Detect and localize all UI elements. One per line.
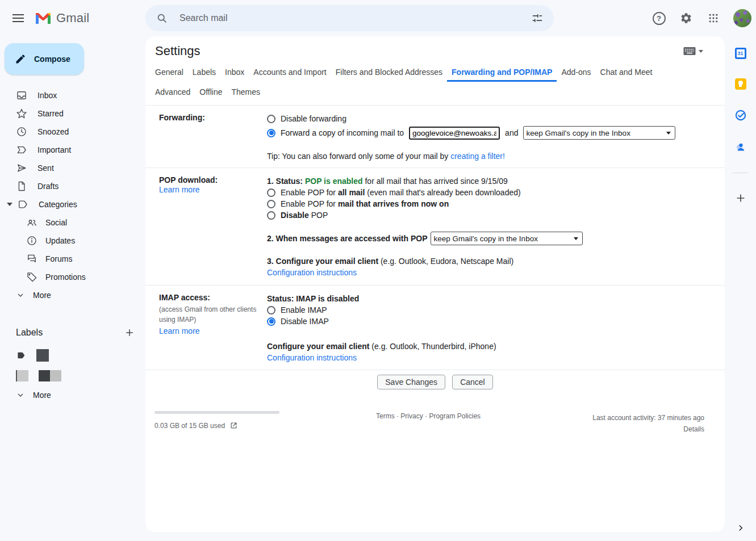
settings-buttons: Save Changes Cancel [145, 370, 725, 392]
forwarding-action-select-wrap[interactable]: keep Gmail's copy in the Inbox [523, 126, 675, 140]
tab-offline[interactable]: Offline [195, 82, 227, 102]
people-icon [26, 217, 37, 228]
sidebar-item-label: More [33, 291, 51, 300]
help-icon[interactable]: ? [647, 6, 671, 30]
sidebar-item-social[interactable]: Social [0, 213, 145, 232]
sidebar-item-drafts[interactable]: Drafts [0, 177, 145, 195]
search-bar[interactable] [145, 5, 554, 31]
forwarding-section-label: Forwarding: [159, 113, 205, 122]
policy-links: Terms · Privacy · Program Policies [376, 412, 481, 420]
user-label-row[interactable] [0, 345, 145, 366]
sidebar-item-label: Sent [37, 163, 54, 173]
chevron-down-icon [666, 132, 671, 135]
enable-pop-all-mail-radio-row[interactable]: Enable POP for all mail (even mail that'… [267, 187, 711, 198]
sidebar-item-sent[interactable]: Sent [0, 159, 145, 177]
google-tasks-icon[interactable] [734, 109, 747, 121]
google-contacts-icon[interactable] [734, 141, 747, 153]
search-icon[interactable] [150, 6, 174, 30]
sidebar-item-updates[interactable]: Updates [0, 232, 145, 250]
disable-forwarding-radio[interactable] [267, 115, 275, 123]
enable-imap-radio-row[interactable]: Enable IMAP [267, 304, 711, 316]
creating-a-filter-link[interactable]: creating a filter! [450, 152, 505, 161]
account-avatar[interactable] [733, 9, 751, 27]
enable-pop-from-now-radio-row[interactable]: Enable POP for mail that arrives from no… [267, 198, 711, 209]
pop-learn-more-link[interactable]: Learn more [159, 185, 200, 194]
forward-copy-radio[interactable] [267, 129, 275, 137]
tab-general[interactable]: General [151, 62, 188, 82]
tab-advanced[interactable]: Advanced [151, 82, 195, 102]
program-policies-link[interactable]: Program Policies [429, 412, 481, 420]
imap-access-section: IMAP access: (access Gmail from other cl… [145, 286, 725, 370]
sidebar-item-promotions[interactable]: Promotions [0, 268, 145, 286]
hamburger-menu-icon[interactable] [5, 5, 32, 32]
sidebar-item-categories[interactable]: Categories [0, 195, 145, 213]
forward-email-input[interactable] [409, 127, 500, 140]
compose-button[interactable]: Compose [5, 43, 84, 75]
hide-side-panel-chevron-icon[interactable] [725, 524, 756, 532]
search-options-icon[interactable] [525, 6, 549, 30]
user-label-row[interactable] [0, 366, 145, 386]
forwarding-action-select[interactable]: keep Gmail's copy in the Inbox [526, 129, 673, 137]
save-changes-button[interactable]: Save Changes [377, 375, 445, 389]
radio-label: Enable POP for all mail (even mail that'… [281, 187, 521, 198]
sidebar-item-starred[interactable]: Starred [0, 104, 145, 123]
clock-icon [16, 126, 27, 137]
header-actions: ? [647, 6, 751, 30]
sidebar-item-more[interactable]: More [0, 286, 145, 304]
gmail-logo[interactable]: Gmail [35, 11, 89, 26]
settings-main-card: Settings General Labels Inbox Accounts a… [145, 36, 725, 532]
tab-inbox[interactable]: Inbox [220, 62, 249, 82]
disable-forwarding-radio-row[interactable]: Disable forwarding [267, 113, 711, 124]
settings-gear-icon[interactable] [674, 6, 698, 30]
left-sidebar: Compose Inbox Starred Snoozed Important … [0, 36, 145, 541]
last-account-activity: Last account activity: 37 minutes ago [592, 412, 704, 423]
imap-section-label: IMAP access: [159, 293, 267, 302]
terms-link[interactable]: Terms [376, 412, 395, 420]
tab-filters-and-blocked-addresses[interactable]: Filters and Blocked Addresses [331, 62, 447, 82]
google-keep-icon[interactable] [735, 78, 746, 90]
google-calendar-icon[interactable]: 31 [735, 48, 746, 59]
divider [733, 173, 749, 173]
tab-labels[interactable]: Labels [188, 62, 220, 82]
input-tools-toggle[interactable] [683, 47, 703, 56]
tab-add-ons[interactable]: Add-ons [557, 62, 595, 82]
sidebar-item-snoozed[interactable]: Snoozed [0, 123, 145, 141]
tab-themes[interactable]: Themes [227, 82, 265, 102]
right-side-panel: 31 [725, 36, 756, 541]
details-link[interactable]: Details [683, 425, 704, 433]
sidebar-item-label: Forums [45, 254, 72, 263]
tab-chat-and-meet[interactable]: Chat and Meet [596, 62, 657, 82]
cancel-button[interactable]: Cancel [452, 375, 493, 389]
create-label-plus-icon[interactable] [120, 324, 139, 342]
google-apps-grid-icon[interactable] [701, 6, 725, 30]
imap-learn-more-link[interactable]: Learn more [159, 326, 200, 335]
tab-accounts-and-import[interactable]: Accounts and Import [249, 62, 331, 82]
open-in-new-icon[interactable] [229, 421, 238, 430]
get-add-ons-plus-icon[interactable] [735, 192, 746, 204]
sidebar-item-important[interactable]: Important [0, 141, 145, 159]
enable-imap-radio[interactable] [267, 306, 275, 314]
configure-bold: Configure your email client [267, 342, 369, 351]
tab-forwarding-and-pop-imap[interactable]: Forwarding and POP/IMAP [447, 62, 557, 82]
top-header: Gmail ? [0, 0, 756, 36]
disable-pop-radio[interactable] [267, 211, 275, 220]
page-title: Settings [155, 44, 201, 58]
privacy-link[interactable]: Privacy [400, 412, 423, 420]
pop-action-select[interactable]: keep Gmail's copy in the Inbox [433, 234, 580, 243]
disable-pop-radio-row[interactable]: Disable POP [267, 209, 711, 221]
pop-action-select-wrap[interactable]: keep Gmail's copy in the Inbox [431, 232, 583, 245]
imap-configuration-instructions-link[interactable]: Configuration instructions [267, 353, 357, 362]
labels-more[interactable]: More [0, 386, 145, 404]
search-input[interactable] [178, 12, 525, 24]
pop-status-value: POP is enabled [305, 177, 363, 186]
enable-pop-from-now-radio[interactable] [267, 200, 275, 208]
forward-copy-radio-row[interactable]: Forward a copy of incoming mail to and k… [267, 126, 711, 140]
disable-imap-radio[interactable] [267, 317, 275, 326]
pop-configuration-instructions-link[interactable]: Configuration instructions [267, 268, 357, 277]
disable-imap-radio-row[interactable]: Disable IMAP [267, 316, 711, 327]
sidebar-item-inbox[interactable]: Inbox [0, 86, 145, 104]
sidebar-nav: Inbox Starred Snoozed Important Sent Dra… [0, 86, 145, 304]
enable-pop-all-mail-radio[interactable] [267, 188, 275, 197]
caret-down-icon[interactable] [7, 203, 12, 206]
sidebar-item-forums[interactable]: Forums [0, 250, 145, 268]
